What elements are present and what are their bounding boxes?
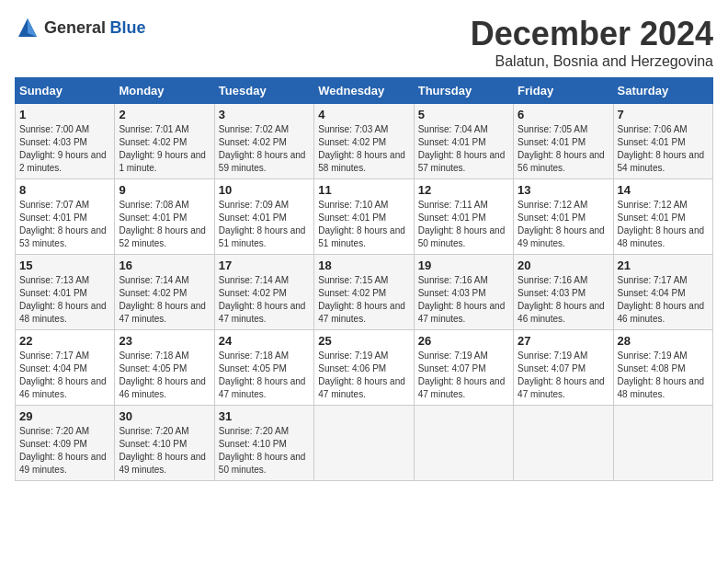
day-number: 2 (119, 108, 210, 121)
day-number: 18 (318, 259, 409, 272)
day-info: Sunrise: 7:20 AMSunset: 4:09 PMDaylight:… (19, 426, 107, 475)
calendar-cell: 29 Sunrise: 7:20 AMSunset: 4:09 PMDaylig… (16, 406, 115, 481)
calendar-cell: 15 Sunrise: 7:13 AMSunset: 4:01 PMDaylig… (16, 255, 115, 330)
day-info: Sunrise: 7:06 AMSunset: 4:01 PMDaylight:… (618, 124, 705, 173)
title-area: December 2024 Balatun, Bosnia and Herzeg… (471, 15, 713, 70)
day-number: 19 (418, 259, 509, 272)
day-info: Sunrise: 7:19 AMSunset: 4:08 PMDaylight:… (618, 350, 705, 399)
day-info: Sunrise: 7:12 AMSunset: 4:01 PMDaylight:… (618, 200, 705, 248)
calendar-cell: 22 Sunrise: 7:17 AMSunset: 4:04 PMDaylig… (16, 330, 115, 406)
day-info: Sunrise: 7:20 AMSunset: 4:10 PMDaylight:… (219, 426, 306, 475)
calendar-cell: 19 Sunrise: 7:16 AMSunset: 4:03 PMDaylig… (414, 255, 513, 330)
month-title: December 2024 (471, 15, 713, 53)
day-info: Sunrise: 7:07 AMSunset: 4:01 PMDaylight:… (19, 200, 107, 248)
calendar-cell (514, 406, 613, 481)
day-number: 20 (518, 259, 609, 272)
day-info: Sunrise: 7:02 AMSunset: 4:02 PMDaylight:… (219, 124, 306, 173)
calendar-cell: 6 Sunrise: 7:05 AMSunset: 4:01 PMDayligh… (514, 104, 613, 179)
day-info: Sunrise: 7:18 AMSunset: 4:05 PMDaylight:… (219, 350, 306, 399)
logo: General Blue (15, 15, 146, 40)
calendar-cell: 18 Sunrise: 7:15 AMSunset: 4:02 PMDaylig… (314, 255, 414, 330)
calendar-cell: 16 Sunrise: 7:14 AMSunset: 4:02 PMDaylig… (115, 255, 214, 330)
day-number: 12 (418, 183, 509, 197)
day-info: Sunrise: 7:16 AMSunset: 4:03 PMDaylight:… (418, 275, 506, 324)
day-info: Sunrise: 7:00 AMSunset: 4:03 PMDaylight:… (19, 124, 107, 173)
header-monday: Monday (115, 78, 214, 104)
day-number: 7 (618, 108, 709, 121)
logo-blue: Blue (110, 18, 146, 37)
day-info: Sunrise: 7:08 AMSunset: 4:01 PMDaylight:… (119, 200, 206, 248)
day-number: 3 (219, 108, 310, 121)
day-number: 14 (618, 183, 709, 197)
header-row: Sunday Monday Tuesday Wednesday Thursday… (16, 78, 713, 104)
header-thursday: Thursday (414, 78, 513, 104)
header-sunday: Sunday (16, 78, 115, 104)
logo-icon (15, 15, 40, 40)
day-info: Sunrise: 7:13 AMSunset: 4:01 PMDaylight:… (19, 275, 107, 324)
day-info: Sunrise: 7:16 AMSunset: 4:03 PMDaylight:… (518, 275, 605, 324)
calendar-cell: 1 Sunrise: 7:00 AMSunset: 4:03 PMDayligh… (16, 104, 115, 179)
calendar-cell: 8 Sunrise: 7:07 AMSunset: 4:01 PMDayligh… (16, 179, 115, 255)
calendar-body: 1 Sunrise: 7:00 AMSunset: 4:03 PMDayligh… (16, 104, 713, 481)
header-tuesday: Tuesday (214, 78, 313, 104)
header-saturday: Saturday (613, 78, 712, 104)
day-number: 5 (418, 108, 509, 121)
day-info: Sunrise: 7:19 AMSunset: 4:07 PMDaylight:… (518, 350, 605, 399)
day-info: Sunrise: 7:10 AMSunset: 4:01 PMDaylight:… (318, 200, 405, 248)
day-info: Sunrise: 7:15 AMSunset: 4:02 PMDaylight:… (318, 275, 405, 324)
day-info: Sunrise: 7:04 AMSunset: 4:01 PMDaylight:… (418, 124, 506, 173)
day-info: Sunrise: 7:01 AMSunset: 4:02 PMDaylight:… (119, 124, 206, 173)
day-number: 10 (219, 183, 310, 197)
calendar-cell: 5 Sunrise: 7:04 AMSunset: 4:01 PMDayligh… (414, 104, 513, 179)
calendar-cell: 10 Sunrise: 7:09 AMSunset: 4:01 PMDaylig… (214, 179, 313, 255)
calendar-table: Sunday Monday Tuesday Wednesday Thursday… (15, 77, 713, 481)
day-number: 9 (119, 183, 210, 197)
day-number: 27 (518, 334, 609, 348)
day-number: 13 (518, 183, 609, 197)
day-info: Sunrise: 7:19 AMSunset: 4:07 PMDaylight:… (418, 350, 506, 399)
calendar-cell (314, 406, 414, 481)
day-number: 1 (19, 108, 110, 121)
calendar-cell: 11 Sunrise: 7:10 AMSunset: 4:01 PMDaylig… (314, 179, 414, 255)
calendar-week-row: 8 Sunrise: 7:07 AMSunset: 4:01 PMDayligh… (16, 179, 713, 255)
day-info: Sunrise: 7:14 AMSunset: 4:02 PMDaylight:… (219, 275, 306, 324)
day-info: Sunrise: 7:03 AMSunset: 4:02 PMDaylight:… (318, 124, 405, 173)
calendar-cell: 26 Sunrise: 7:19 AMSunset: 4:07 PMDaylig… (414, 330, 513, 406)
day-info: Sunrise: 7:19 AMSunset: 4:06 PMDaylight:… (318, 350, 405, 399)
day-number: 11 (318, 183, 409, 197)
calendar-cell: 27 Sunrise: 7:19 AMSunset: 4:07 PMDaylig… (514, 330, 613, 406)
day-info: Sunrise: 7:14 AMSunset: 4:02 PMDaylight:… (119, 275, 206, 324)
day-number: 17 (219, 259, 310, 272)
day-number: 8 (19, 183, 110, 197)
day-number: 15 (19, 259, 110, 272)
day-number: 30 (119, 409, 210, 423)
calendar-cell: 4 Sunrise: 7:03 AMSunset: 4:02 PMDayligh… (314, 104, 414, 179)
day-number: 21 (618, 259, 709, 272)
calendar-cell: 3 Sunrise: 7:02 AMSunset: 4:02 PMDayligh… (214, 104, 313, 179)
day-number: 4 (318, 108, 409, 121)
location-title: Balatun, Bosnia and Herzegovina (471, 53, 713, 70)
logo-general: General (44, 18, 106, 37)
day-info: Sunrise: 7:12 AMSunset: 4:01 PMDaylight:… (518, 200, 605, 248)
calendar-cell: 20 Sunrise: 7:16 AMSunset: 4:03 PMDaylig… (514, 255, 613, 330)
calendar-cell: 13 Sunrise: 7:12 AMSunset: 4:01 PMDaylig… (514, 179, 613, 255)
day-number: 24 (219, 334, 310, 348)
day-info: Sunrise: 7:17 AMSunset: 4:04 PMDaylight:… (19, 350, 107, 399)
calendar-cell: 30 Sunrise: 7:20 AMSunset: 4:10 PMDaylig… (115, 406, 214, 481)
day-number: 6 (518, 108, 609, 121)
calendar-cell: 31 Sunrise: 7:20 AMSunset: 4:10 PMDaylig… (214, 406, 313, 481)
day-number: 28 (618, 334, 709, 348)
day-info: Sunrise: 7:20 AMSunset: 4:10 PMDaylight:… (119, 426, 206, 475)
calendar-cell: 25 Sunrise: 7:19 AMSunset: 4:06 PMDaylig… (314, 330, 414, 406)
calendar-cell: 2 Sunrise: 7:01 AMSunset: 4:02 PMDayligh… (115, 104, 214, 179)
calendar-cell (613, 406, 712, 481)
calendar-cell: 17 Sunrise: 7:14 AMSunset: 4:02 PMDaylig… (214, 255, 313, 330)
header-wednesday: Wednesday (314, 78, 414, 104)
day-info: Sunrise: 7:09 AMSunset: 4:01 PMDaylight:… (219, 200, 306, 248)
day-number: 26 (418, 334, 509, 348)
day-info: Sunrise: 7:11 AMSunset: 4:01 PMDaylight:… (418, 200, 506, 248)
day-number: 22 (19, 334, 110, 348)
calendar-week-row: 1 Sunrise: 7:00 AMSunset: 4:03 PMDayligh… (16, 104, 713, 179)
day-info: Sunrise: 7:17 AMSunset: 4:04 PMDaylight:… (618, 275, 705, 324)
header-friday: Friday (514, 78, 613, 104)
